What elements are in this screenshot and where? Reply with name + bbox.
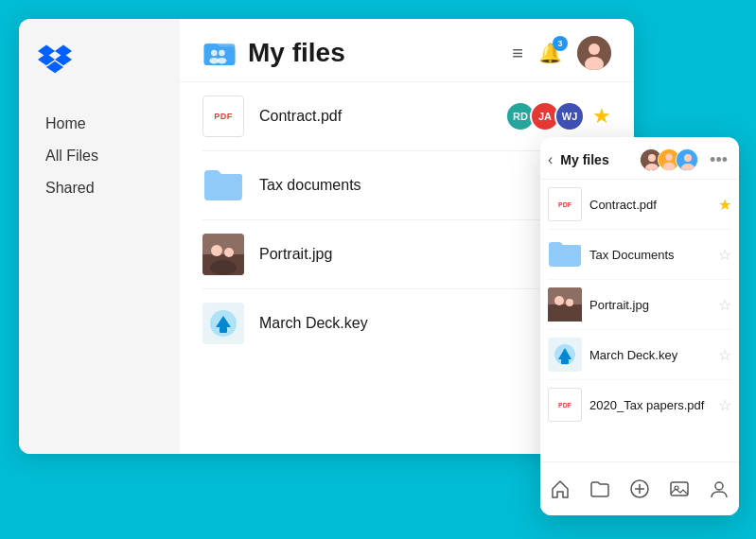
portrait-image: [202, 234, 244, 275]
file-row-actions: RD JA WJ ★: [505, 101, 611, 131]
mobile-toolbar-add[interactable]: [623, 472, 657, 506]
mobile-folder-icon: [548, 241, 582, 268]
mobile-panel-title: My files: [560, 152, 632, 167]
mobile-toolbar-photos[interactable]: [662, 472, 696, 506]
mobile-avatar-image3: [677, 149, 698, 171]
avatar-stack: RD JA WJ: [505, 101, 585, 131]
mobile-file-row[interactable]: March Deck.key ☆: [548, 330, 731, 380]
sidebar-item-shared[interactable]: Shared: [38, 174, 161, 202]
mobile-avatar: [676, 148, 698, 171]
svg-point-6: [211, 50, 218, 57]
file-thumb-pdf: PDF: [202, 96, 244, 137]
mobile-file-row[interactable]: Tax Documents ☆: [548, 230, 731, 280]
sidebar-item-all-files[interactable]: All Files: [38, 142, 161, 170]
svg-rect-34: [561, 359, 569, 364]
file-thumb-folder: [202, 165, 244, 206]
notification-badge: 3: [553, 36, 568, 51]
avatar: WJ: [554, 101, 585, 131]
mobile-header: ‹ My files: [540, 137, 739, 180]
mobile-file-row[interactable]: PDF 2020_Tax papers.pdf ☆: [548, 380, 731, 429]
svg-rect-38: [671, 482, 688, 496]
file-thumb-image: [202, 234, 244, 275]
mobile-file-name: 2020_Tax papers.pdf: [589, 398, 711, 412]
mobile-star-outline-icon[interactable]: ☆: [718, 396, 731, 414]
mobile-panel: ‹ My files: [540, 137, 739, 515]
file-name: Contract.pdf: [259, 108, 490, 125]
user-avatar[interactable]: [577, 36, 611, 70]
mobile-toolbar: [540, 461, 739, 515]
svg-point-32: [566, 299, 573, 306]
photos-icon: [669, 478, 690, 499]
mobile-keynote-icon: [553, 342, 577, 367]
mobile-file-row[interactable]: Portrait.jpg ☆: [548, 280, 731, 330]
svg-point-8: [219, 50, 225, 57]
mobile-portrait-image: [548, 287, 582, 322]
svg-point-21: [648, 154, 656, 162]
mobile-file-thumb-image: [548, 287, 582, 322]
svg-point-9: [218, 58, 227, 64]
content-header: My files ≡ 🔔 3: [180, 19, 634, 82]
home-icon: [550, 478, 571, 499]
svg-point-15: [211, 245, 222, 256]
file-thumb-keynote: [202, 303, 244, 344]
person-icon: [709, 478, 730, 499]
mobile-file-name: March Deck.key: [589, 348, 711, 362]
mobile-avatar-stack: [640, 148, 698, 171]
sidebar: Home All Files Shared: [19, 19, 180, 454]
svg-point-27: [684, 154, 692, 162]
mobile-file-row[interactable]: PDF Contract.pdf ★: [548, 180, 731, 230]
sidebar-item-home[interactable]: Home: [38, 110, 161, 138]
star-filled-icon[interactable]: ★: [592, 104, 611, 129]
header-left: My files: [202, 36, 345, 70]
app-logo: [38, 42, 161, 79]
mobile-file-thumb-pdf: PDF: [548, 187, 582, 221]
my-files-folder-icon: [202, 36, 237, 70]
mobile-toolbar-folder[interactable]: [583, 472, 617, 506]
mobile-file-list: PDF Contract.pdf ★ Tax Documents ☆: [540, 180, 739, 461]
header-right: ≡ 🔔 3: [512, 36, 611, 70]
mobile-file-thumb-pdf2: PDF: [548, 388, 582, 422]
mobile-back-button[interactable]: ‹: [548, 151, 553, 168]
dropbox-logo-icon: [38, 42, 72, 76]
hamburger-icon[interactable]: ≡: [512, 43, 523, 64]
svg-point-24: [665, 154, 672, 161]
svg-point-17: [210, 260, 237, 275]
mobile-star-outline-icon[interactable]: ☆: [718, 346, 731, 364]
notification-button[interactable]: 🔔 3: [538, 42, 562, 64]
folder-icon: [202, 168, 244, 202]
svg-point-31: [554, 296, 564, 305]
svg-point-11: [589, 43, 600, 55]
svg-point-40: [715, 482, 723, 490]
mobile-file-name: Portrait.jpg: [589, 298, 711, 312]
mobile-star-icon[interactable]: ★: [718, 196, 731, 214]
sidebar-nav: Home All Files Shared: [38, 110, 161, 202]
mobile-star-outline-icon[interactable]: ☆: [718, 246, 731, 264]
mobile-file-thumb-folder: [548, 237, 582, 271]
mobile-toolbar-home[interactable]: [543, 472, 577, 506]
folder-nav-icon: [589, 478, 610, 499]
svg-point-25: [663, 163, 676, 171]
keynote-icon: [208, 308, 238, 339]
mobile-file-name: Contract.pdf: [589, 198, 711, 212]
svg-rect-30: [548, 304, 582, 322]
mobile-star-outline-icon[interactable]: ☆: [718, 296, 731, 314]
mobile-file-name: Tax Documents: [589, 248, 711, 262]
mobile-file-thumb-keynote: [548, 338, 582, 372]
svg-rect-19: [220, 327, 227, 333]
mobile-toolbar-profile[interactable]: [702, 472, 736, 506]
user-avatar-image: [577, 36, 611, 70]
page-title: My files: [248, 38, 345, 68]
pdf-icon: PDF: [202, 96, 244, 137]
svg-point-16: [224, 248, 234, 257]
plus-icon: [629, 478, 650, 499]
mobile-more-button[interactable]: •••: [710, 150, 728, 170]
